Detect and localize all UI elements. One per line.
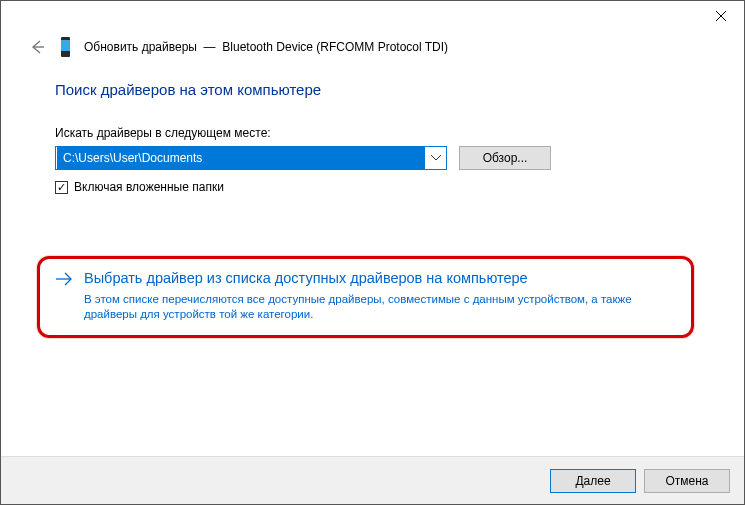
path-value[interactable]: C:\Users\User\Documents bbox=[57, 147, 425, 169]
cancel-button[interactable]: Отмена bbox=[644, 469, 730, 493]
chevron-down-icon[interactable] bbox=[426, 155, 446, 161]
path-combobox[interactable]: C:\Users\User\Documents bbox=[55, 146, 447, 170]
arrow-right-icon bbox=[54, 270, 74, 291]
title-device: Bluetooth Device (RFCOMM Protocol TDI) bbox=[222, 40, 448, 54]
content-area: Поиск драйверов на этом компьютере Искат… bbox=[1, 67, 744, 338]
option-description: В этом списке перечисляются все доступны… bbox=[84, 292, 677, 323]
close-icon bbox=[716, 11, 726, 21]
wizard-header: Обновить драйверы — Bluetooth Device (RF… bbox=[1, 31, 744, 67]
page-heading: Поиск драйверов на этом компьютере bbox=[55, 81, 690, 98]
include-subfolders-label: Включая вложенные папки bbox=[74, 180, 224, 194]
titlebar bbox=[1, 1, 744, 31]
option-title: Выбрать драйвер из списка доступных драй… bbox=[84, 269, 677, 288]
browse-button[interactable]: Обзор... bbox=[459, 146, 551, 170]
window-title: Обновить драйверы — Bluetooth Device (RF… bbox=[84, 40, 448, 54]
next-button[interactable]: Далее bbox=[550, 469, 636, 493]
path-label: Искать драйверы в следующем месте: bbox=[55, 126, 690, 140]
include-subfolders-checkbox[interactable]: ✓ bbox=[55, 181, 68, 194]
back-button[interactable] bbox=[27, 37, 47, 57]
pick-from-list-option-highlight: Выбрать драйвер из списка доступных драй… bbox=[37, 256, 694, 338]
device-icon bbox=[61, 37, 70, 57]
close-button[interactable] bbox=[698, 1, 744, 31]
footer: Далее Отмена bbox=[1, 456, 744, 504]
pick-from-list-option[interactable]: Выбрать драйвер из списка доступных драй… bbox=[54, 269, 677, 323]
arrow-left-icon bbox=[28, 38, 46, 56]
path-row: C:\Users\User\Documents Обзор... bbox=[55, 146, 690, 170]
include-subfolders-row[interactable]: ✓ Включая вложенные папки bbox=[55, 180, 690, 194]
option-text: Выбрать драйвер из списка доступных драй… bbox=[84, 269, 677, 323]
title-prefix: Обновить драйверы bbox=[84, 40, 197, 54]
